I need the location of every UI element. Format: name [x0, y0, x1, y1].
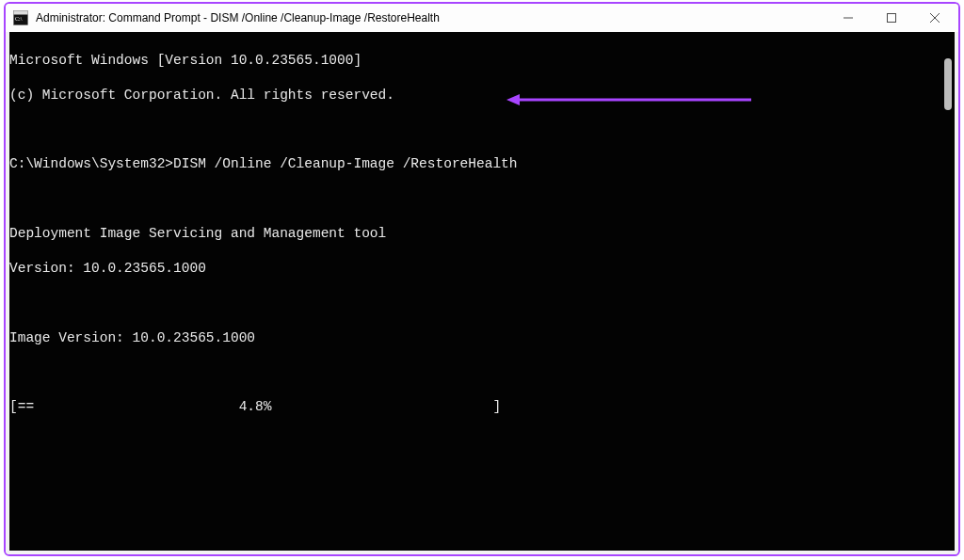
term-line: Version: 10.0.23565.1000: [9, 260, 955, 278]
term-line: [9, 295, 955, 312]
term-prompt-line: C:\Windows\System32>DISM /Online /Cleanu…: [9, 155, 955, 173]
term-line: [9, 121, 955, 138]
close-button[interactable]: [913, 4, 956, 32]
term-line: Microsoft Windows [Version 10.0.23565.10…: [9, 52, 955, 70]
svg-rect-4: [888, 14, 896, 23]
terminal-output[interactable]: Microsoft Windows [Version 10.0.23565.10…: [9, 32, 955, 551]
terminal-frame: Microsoft Windows [Version 10.0.23565.10…: [6, 32, 958, 554]
term-line: Deployment Image Servicing and Managemen…: [9, 225, 955, 243]
vertical-scrollbar[interactable]: [940, 32, 955, 551]
window-controls: [827, 4, 956, 32]
minimize-button[interactable]: [827, 4, 870, 32]
command-prompt-window: C:\ Administrator: Command Prompt - DISM…: [4, 2, 960, 556]
window-title: Administrator: Command Prompt - DISM /On…: [36, 11, 827, 24]
term-line: [9, 190, 955, 207]
term-line: (c) Microsoft Corporation. All rights re…: [9, 87, 955, 104]
titlebar[interactable]: C:\ Administrator: Command Prompt - DISM…: [6, 4, 958, 32]
term-progress-line: [== 4.8% ]: [9, 398, 955, 416]
cmd-icon: C:\: [13, 10, 28, 25]
term-line: [9, 364, 955, 381]
svg-text:C:\: C:\: [15, 16, 23, 22]
scrollbar-thumb[interactable]: [944, 58, 952, 110]
maximize-button[interactable]: [870, 4, 913, 32]
svg-rect-1: [14, 11, 28, 15]
term-line: Image Version: 10.0.23565.1000: [9, 329, 955, 347]
